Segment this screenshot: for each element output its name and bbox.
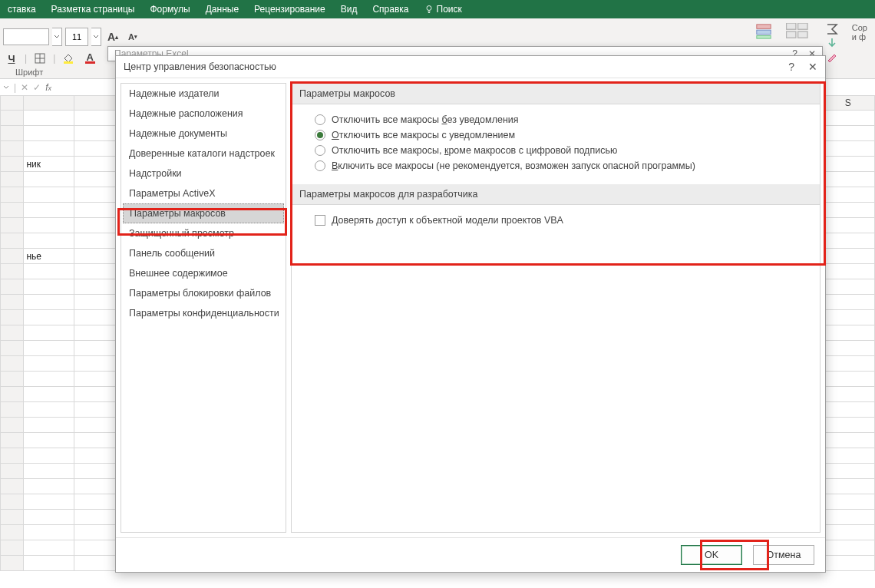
checkbox-icon	[315, 215, 325, 226]
radio-label: Отключить все макросы, кроме макросов с …	[332, 145, 617, 156]
svg-rect-4	[64, 61, 73, 64]
filter-label: и ф	[852, 32, 866, 41]
dialog-footer: OK Отмена	[116, 537, 825, 572]
cell[interactable]: ник	[24, 157, 74, 172]
svg-rect-9	[797, 23, 807, 29]
search-label: Поиск	[437, 4, 462, 15]
nav-macro-settings[interactable]: Параметры макросов	[123, 203, 284, 223]
svg-rect-5	[757, 25, 771, 28]
svg-rect-10	[786, 31, 795, 38]
nav-privacy[interactable]: Параметры конфиденциальности	[121, 303, 286, 323]
cancel-entry-icon[interactable]: ✕	[21, 82, 28, 93]
radio-disable-with-notify[interactable]: Отключить все макросы с уведомлением	[315, 127, 803, 143]
chevron-down-icon	[54, 34, 60, 40]
svg-rect-11	[797, 31, 807, 38]
confirm-entry-icon[interactable]: ✓	[33, 82, 41, 93]
help-icon[interactable]: ?	[788, 61, 794, 73]
svg-rect-7	[757, 36, 771, 39]
tab-data[interactable]: Данные	[198, 1, 246, 18]
radio-icon	[315, 145, 325, 156]
font-size-input[interactable]	[65, 28, 88, 46]
decrease-font-button[interactable]: A▾	[124, 29, 141, 45]
nav-file-block[interactable]: Параметры блокировки файлов	[121, 283, 286, 303]
nav-trusted-locations[interactable]: Надежные расположения	[121, 104, 286, 124]
tab-page-layout[interactable]: Разметка страницы	[44, 1, 143, 18]
nav-protected-view[interactable]: Защищенный просмотр	[121, 223, 286, 243]
cell[interactable]: нье	[24, 249, 74, 264]
radio-label: Отключить все макросы с уведомлением	[332, 130, 515, 140]
radio-enable-all[interactable]: Включить все макросы (не рекомендуется, …	[315, 158, 803, 173]
font-color-button[interactable]: A	[81, 51, 98, 66]
tab-formulas[interactable]: Формулы	[142, 1, 197, 18]
trust-nav: Надежные издатели Надежные расположения …	[121, 83, 286, 533]
nav-external-content[interactable]: Внешнее содержимое	[121, 263, 286, 283]
radio-label: Отключить все макросы без уведомления	[332, 114, 519, 125]
nav-trusted-publishers[interactable]: Надежные издатели	[121, 84, 286, 104]
radio-disable-no-notify[interactable]: Отключить все макросы без уведомления	[315, 112, 803, 127]
font-group-label: Шрифт	[15, 68, 43, 77]
nav-trusted-documents[interactable]: Надежные документы	[121, 124, 286, 144]
dialog-titlebar[interactable]: Центр управления безопасностью ? ✕	[116, 56, 825, 78]
border-button[interactable]	[31, 51, 48, 66]
nav-activex[interactable]: Параметры ActiveX	[121, 183, 286, 203]
svg-point-0	[427, 6, 431, 11]
fill-down-icon[interactable]	[826, 37, 838, 49]
macro-settings-header: Параметры макросов	[292, 84, 820, 104]
radio-label: Включить все макросы (не рекомендуется, …	[332, 160, 695, 171]
lightbulb-icon	[424, 5, 434, 14]
font-size-dropdown[interactable]	[91, 28, 101, 46]
nav-message-bar[interactable]: Панель сообщений	[121, 243, 286, 263]
ribbon-tabs: ставка Разметка страницы Формулы Данные …	[0, 0, 875, 18]
ok-button[interactable]: OK	[681, 545, 742, 565]
increase-font-button[interactable]: A▴	[104, 29, 121, 45]
checkbox-label: Доверять доступ к объектной модели проек…	[332, 215, 563, 226]
cancel-button[interactable]: Отмена	[753, 545, 814, 565]
tell-me-search[interactable]: Поиск	[417, 1, 470, 18]
autosum-icon[interactable]	[826, 23, 838, 35]
svg-rect-8	[786, 23, 795, 29]
radio-icon	[315, 130, 325, 140]
close-icon[interactable]: ✕	[808, 61, 817, 73]
fx-icon[interactable]: fx	[45, 82, 51, 93]
col-header[interactable]	[24, 96, 74, 111]
tab-insert[interactable]: ставка	[0, 1, 44, 18]
radio-icon	[315, 114, 325, 125]
paint-bucket-icon	[62, 53, 74, 64]
fill-color-button[interactable]	[60, 51, 77, 66]
tab-view[interactable]: Вид	[333, 1, 365, 18]
dialog-title: Центр управления безопасностью	[124, 61, 276, 72]
tab-review[interactable]: Рецензирование	[246, 1, 333, 18]
font-name-dropdown[interactable]	[52, 28, 62, 46]
underline-button[interactable]: Ч	[3, 51, 20, 66]
chevron-down-icon	[93, 34, 99, 40]
clear-icon[interactable]	[826, 51, 838, 63]
trust-content: Параметры макросов Отключить все макросы…	[291, 83, 821, 533]
border-icon	[35, 53, 45, 64]
trust-vba-checkbox[interactable]: Доверять доступ к объектной модели проек…	[315, 213, 803, 228]
radio-disable-except-signed[interactable]: Отключить все макросы, кроме макросов с …	[315, 143, 803, 158]
nav-addins[interactable]: Надстройки	[121, 164, 286, 183]
name-box-dropdown[interactable]	[3, 82, 9, 93]
chevron-down-icon	[3, 84, 9, 91]
svg-rect-6	[757, 30, 771, 35]
conditional-format-icon[interactable]	[755, 23, 772, 40]
insert-cells-icon[interactable]	[786, 23, 812, 40]
tab-help[interactable]: Справка	[365, 1, 416, 18]
trust-center-dialog: Центр управления безопасностью ? ✕ Надеж…	[115, 55, 826, 573]
developer-macro-header: Параметры макросов для разработчика	[292, 184, 820, 205]
radio-icon	[315, 160, 325, 171]
sort-label: Сор	[852, 23, 867, 32]
nav-trusted-addin-catalogs[interactable]: Доверенные каталоги надстроек	[121, 144, 286, 164]
font-name-input[interactable]	[3, 28, 49, 45]
col-header[interactable]: S	[821, 96, 875, 111]
